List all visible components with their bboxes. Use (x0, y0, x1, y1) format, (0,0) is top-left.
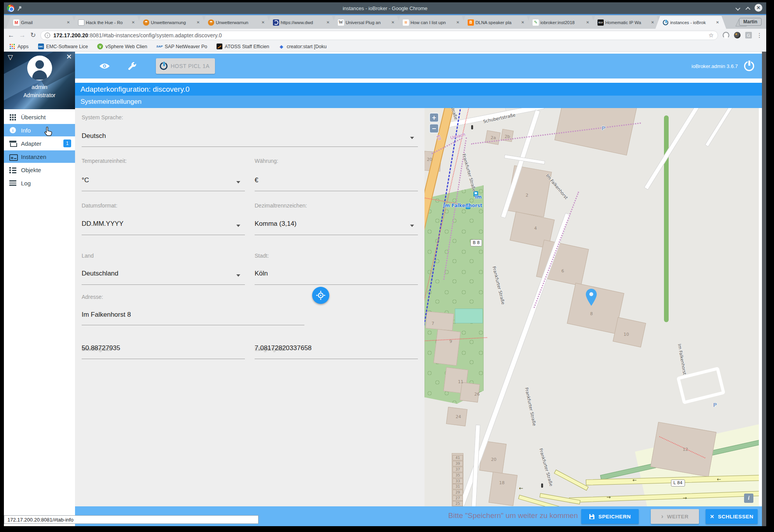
language-select[interactable]: Deutsch (82, 132, 106, 140)
sidebar-item[interactable]: Übersicht (4, 111, 75, 123)
page-scrollbar[interactable] (762, 52, 766, 526)
dateformat-select[interactable]: DD.MM.YYYY (82, 220, 124, 228)
browser-tab[interactable]: Unwetterwarnung ✕ (136, 16, 207, 29)
map-label: 20 (491, 457, 496, 462)
browser-tab[interactable]: Gmail ✕ (6, 16, 77, 29)
browser-tab[interactable]: iobroker:inst2018 ✕ (526, 16, 596, 29)
bookmark-label: SAP NetWeaver Po (165, 44, 207, 49)
url-bar[interactable]: i 172.17.200.20:8081/#tab-instances/conf… (40, 31, 718, 40)
bookmark-star-icon[interactable]: ☆ (709, 32, 714, 39)
bookmark-item[interactable]: vSphere Web Clien (97, 44, 147, 49)
map-building (489, 472, 518, 506)
map-road-ramp (554, 469, 589, 490)
tab-title: DLNA speaker pla (475, 20, 520, 25)
browser-tab[interactable]: Homematic IP Wa ✕ (591, 16, 661, 29)
extension-icon-2[interactable] (734, 32, 741, 38)
chrome-menu-icon[interactable]: ⋮ (757, 32, 762, 39)
window-close-icon[interactable]: ✕ (755, 4, 762, 12)
bookmark-item[interactable]: SAP NetWeaver Po (157, 44, 207, 49)
browser-tab[interactable]: Unwetterwarnun ✕ (201, 16, 272, 29)
sidebar-menu: Übersicht Info Adapter 1 (4, 109, 75, 189)
browser-tab[interactable]: https://www.dwd ✕ (266, 16, 337, 29)
zoom-in-button[interactable]: + (429, 113, 439, 122)
tab-close-icon[interactable]: ✕ (521, 20, 524, 24)
forward-icon[interactable]: → (19, 31, 26, 39)
sidebar-close-icon[interactable]: ✕ (66, 52, 72, 61)
url-path: :8081/#tab-instances/config/system.adapt… (88, 32, 222, 38)
browser-tab[interactable]: Universal Plug an ✕ (331, 16, 402, 29)
collapse-icon[interactable]: ▽ (8, 53, 13, 61)
reload-icon[interactable]: ↻ (30, 31, 36, 39)
bookmark-item[interactable]: Apps (9, 44, 29, 49)
temperature-select[interactable]: °C (82, 176, 89, 184)
chevron-down-icon[interactable] (236, 225, 240, 227)
window-titlebar: instances - ioBroker - Google Chrome ✕ (4, 2, 766, 14)
locate-button[interactable] (312, 287, 329, 304)
decimal-select[interactable]: Komma (3,14) (255, 220, 297, 228)
language-label: System Sprache: (82, 114, 123, 120)
page-info-icon[interactable]: i (45, 33, 50, 38)
browser-tab[interactable]: instances - ioBrok ✕ (655, 16, 726, 29)
wrench-icon[interactable] (128, 62, 136, 70)
tab-close-icon[interactable]: ✕ (391, 20, 395, 24)
chevron-down-icon[interactable] (236, 274, 240, 277)
map-info-button[interactable]: i (744, 494, 753, 503)
country-label: Land (82, 253, 94, 259)
chevron-down-icon[interactable] (410, 137, 414, 139)
profile-chip[interactable]: Martin (739, 18, 762, 26)
map-label: 2 (526, 193, 528, 198)
tab-close-icon[interactable]: ✕ (262, 20, 265, 24)
tab-strip: Gmail ✕ Hack the Hue - Ro ✕ Unwetterwarn… (4, 14, 766, 29)
decimal-label: Dezimaltrennzeichen: (255, 202, 307, 209)
country-select[interactable]: Deutschland (82, 270, 119, 277)
eye-icon[interactable] (99, 63, 110, 70)
tab-close-icon[interactable]: ✕ (586, 20, 589, 24)
map[interactable]: StraßeSchubertstraßeUrbachEllFrankfurter… (425, 108, 759, 506)
longitude-input[interactable]: 7.08172820337658 (255, 344, 312, 352)
map-label: 2b (505, 134, 510, 139)
extension-icon-3[interactable]: G (745, 32, 752, 38)
close-button[interactable]: ✕ SCHLIESSEN (706, 509, 758, 524)
tab-close-icon[interactable]: ✕ (67, 20, 70, 24)
bookmark-favicon (217, 44, 222, 49)
map-label: Frankfurter Straße (524, 387, 537, 426)
sidebar-item-icon (9, 140, 16, 147)
extension-icon-1[interactable] (723, 32, 729, 38)
latitude-input[interactable]: 50.88727935 (82, 344, 120, 352)
sidebar-item[interactable]: Info (4, 124, 75, 136)
next-button[interactable]: › WEITER (651, 509, 699, 524)
bookmark-item[interactable]: EMC-Software Lice (38, 44, 88, 49)
host-button[interactable]: HOST PICL 1A (156, 58, 215, 74)
city-label: Stadt: (255, 253, 269, 259)
bookmark-item[interactable]: ATOSS Staff Efficien (217, 44, 269, 49)
sidebar-item[interactable]: Instanzen (4, 150, 75, 163)
bookmark-item[interactable]: creator:start [Doku (278, 44, 327, 49)
currency-input[interactable]: € (255, 176, 258, 184)
address-input[interactable]: Im Falkenhorst 8 (82, 311, 131, 319)
city-input[interactable]: Köln (255, 270, 268, 277)
window-maximize-icon[interactable] (746, 7, 751, 12)
map-marker-icon[interactable] (585, 288, 597, 306)
sidebar-item[interactable]: Adapter 1 (4, 137, 75, 150)
zoom-out-button[interactable]: − (429, 124, 439, 133)
tab-close-icon[interactable]: ✕ (327, 20, 330, 24)
save-button[interactable]: SPEICHERN (581, 509, 639, 524)
locate-icon (316, 291, 325, 300)
browser-tab[interactable]: How can I list upn ✕ (396, 16, 466, 29)
tab-close-icon[interactable]: ✕ (651, 20, 654, 24)
tab-close-icon[interactable]: ✕ (197, 20, 200, 24)
temperature-label: Temperatureinheit: (82, 158, 127, 164)
tab-favicon (13, 19, 19, 26)
chevron-down-icon[interactable] (236, 181, 240, 183)
tab-close-icon[interactable]: ✕ (132, 20, 135, 24)
tab-close-icon[interactable]: ✕ (716, 20, 719, 24)
map-label: 6 (561, 269, 564, 274)
tab-close-icon[interactable]: ✕ (456, 20, 460, 24)
url-text[interactable]: 172.17.200.20:8081/#tab-instances/config… (53, 32, 705, 38)
sidebar-item[interactable]: Log (4, 177, 75, 189)
chevron-down-icon[interactable] (410, 225, 414, 227)
sidebar-item[interactable]: Objekte (4, 164, 75, 176)
browser-tab[interactable]: Hack the Hue - Ro ✕ (71, 16, 142, 29)
back-icon[interactable]: ← (8, 31, 14, 39)
browser-tab[interactable]: DLNA speaker pla ✕ (461, 16, 531, 29)
